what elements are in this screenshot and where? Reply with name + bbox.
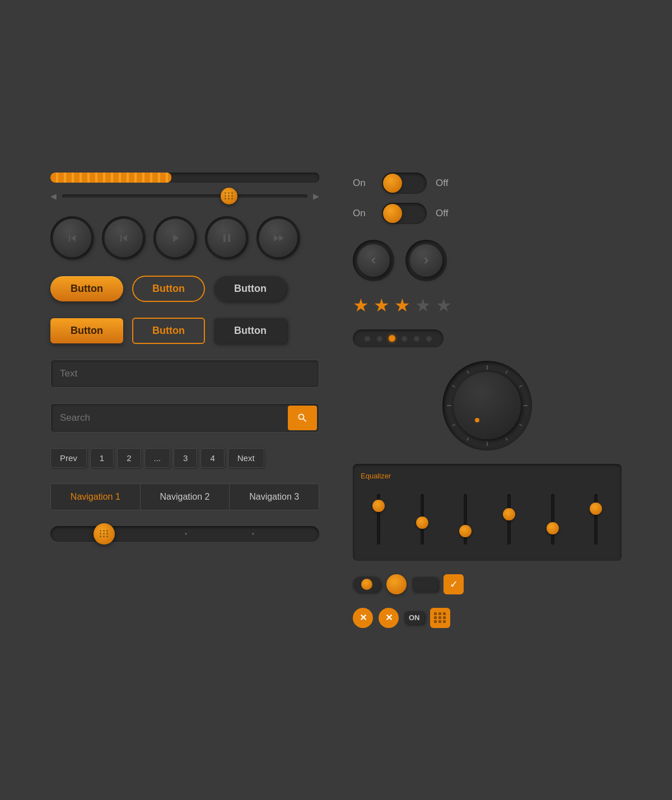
left-column: ◀ ▶ [50,173,319,628]
progress-section: ◀ ▶ [50,173,319,201]
button-row-2: Button Button Button [50,318,319,344]
main-container: ◀ ▶ [28,150,644,650]
eq-thumb-1[interactable] [372,500,385,512]
right-arrow-button[interactable] [410,244,442,277]
progress-bar-track[interactable] [50,173,319,183]
toggle-1-on-label: On [353,178,373,189]
prev-page-button[interactable]: Prev [50,448,87,468]
page-4-button[interactable]: 4 [200,448,224,468]
toggle-2-on-label: On [353,208,373,219]
star-1[interactable]: ★ [353,295,369,316]
volume-high-icon: ▶ [313,192,319,201]
x-circle-btn-2[interactable]: ✕ [379,608,399,628]
knob-outer[interactable] [442,361,532,450]
left-arrow-outer [353,240,394,281]
nav-tab-2[interactable]: Navigation 2 [141,484,230,510]
play-button[interactable] [156,219,194,257]
dot-4[interactable] [401,335,408,342]
eq-thumb-5[interactable] [547,522,559,534]
button-1-dark[interactable]: Button [214,276,287,301]
nav-tab-1[interactable]: Navigation 1 [51,484,141,510]
dot-1[interactable] [364,335,371,342]
slider-mark-1 [185,533,187,535]
star-4[interactable]: ★ [415,295,431,316]
eq-thumb-3[interactable] [459,525,472,537]
equalizer-label: Equalizer [361,472,614,480]
star-3[interactable]: ★ [394,295,410,316]
eq-track-5[interactable] [551,494,554,545]
toggle-switch-1[interactable] [382,173,427,194]
page-1-button[interactable]: 1 [90,448,114,468]
svg-line-10 [452,385,455,387]
grid-button[interactable] [430,608,450,628]
fastforward-button[interactable] [259,219,297,257]
eq-slider-6 [578,486,614,553]
dot-5[interactable] [413,335,420,342]
nav-tab-3[interactable]: Navigation 3 [230,484,319,510]
svg-line-11 [467,370,469,373]
search-row [50,403,319,432]
eq-thumb-2[interactable] [416,517,428,529]
on-label[interactable]: ON [404,611,424,624]
button-2-outline[interactable]: Button [132,318,205,344]
slider-section: ◀ ▶ [50,192,319,201]
check-button[interactable]: ✓ [444,574,464,594]
rewind-btn-outer [50,216,94,260]
search-input[interactable] [51,404,286,431]
star-2[interactable]: ★ [374,295,390,316]
page-ellipsis[interactable]: ... [144,448,171,468]
button-2-solid[interactable]: Button [50,318,123,343]
prev-button[interactable] [105,219,143,257]
bottom-slider-thumb[interactable] [94,523,115,545]
equalizer-section: Equalizer [353,464,622,561]
slider-track[interactable] [62,194,307,198]
slider-thumb[interactable] [221,188,237,204]
small-controls-row-1: ✓ [353,574,622,594]
small-controls-row-2: ✕ ✕ ON [353,608,622,628]
pause-button[interactable] [208,219,246,257]
right-column: On Off On Off [353,173,622,628]
prev-btn-outer [102,216,146,260]
text-input[interactable] [50,360,319,388]
eq-sliders [361,486,614,553]
eq-slider-3 [447,486,483,553]
eq-slider-1 [361,486,396,553]
grid-icon [434,612,446,623]
page-3-button[interactable]: 3 [174,448,197,468]
media-controls [50,216,319,260]
dot-6[interactable] [426,335,432,342]
eq-thumb-4[interactable] [503,508,515,520]
svg-line-4 [519,424,522,426]
arrow-buttons [353,240,622,281]
toggles-section: On Off On Off [353,173,622,226]
toggle-switch-2[interactable] [382,203,427,224]
search-button[interactable] [288,406,317,430]
button-2-dark[interactable]: Button [214,318,287,343]
bottom-slider-track[interactable] [50,526,319,542]
star-5[interactable]: ★ [436,295,452,316]
button-1-solid[interactable]: Button [50,276,123,301]
toggle-row-1: On Off [353,173,622,194]
eq-track-4[interactable] [507,494,511,545]
toggle-row-2: On Off [353,203,622,224]
eq-thumb-6[interactable] [590,503,602,515]
button-1-outline[interactable]: Button [132,276,205,302]
left-arrow-button[interactable] [357,244,390,277]
toggle-2-off-label: Off [436,208,456,219]
page-2-button[interactable]: 2 [117,448,141,468]
eq-track-3[interactable] [464,494,467,545]
fastforward-btn-outer [256,216,300,260]
rewind-button[interactable] [53,219,91,257]
next-page-button[interactable]: Next [228,448,264,468]
dot-2[interactable] [376,335,383,342]
x-circle-btn-1[interactable]: ✕ [353,608,373,628]
pill-toggle-1[interactable] [353,576,381,592]
eq-track-6[interactable] [594,494,598,545]
svg-line-2 [519,385,522,387]
small-pill-2[interactable] [412,577,438,592]
eq-track-2[interactable] [421,494,424,545]
dot-3-active[interactable] [389,335,395,342]
circle-btn-1[interactable] [386,574,407,594]
eq-slider-4 [491,486,527,553]
eq-track-1[interactable] [377,494,380,545]
